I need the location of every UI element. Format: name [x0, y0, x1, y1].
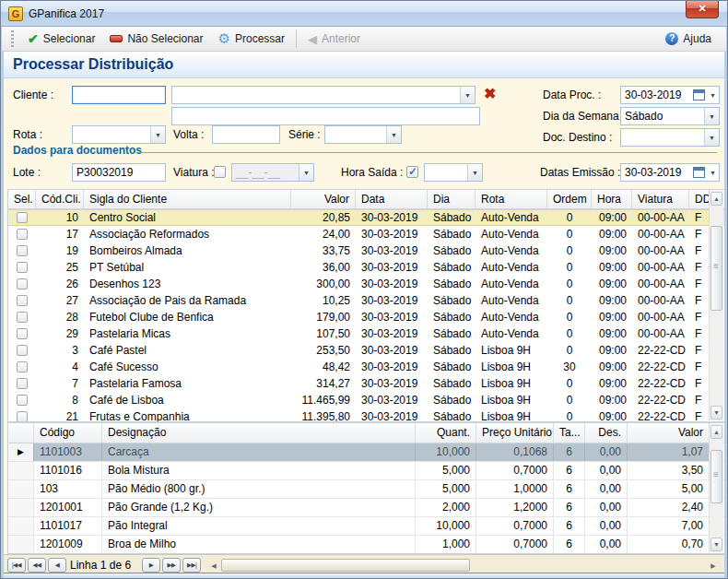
chevron-down-icon[interactable]: ▼ [460, 87, 475, 103]
volta-input[interactable] [213, 126, 279, 143]
cliente-extra-field[interactable] [171, 107, 480, 125]
client-row[interactable]: 7Pastelaria Famosa314,2730-03-2019Sábado… [8, 375, 724, 392]
hora-saida-checkbox[interactable] [406, 166, 418, 178]
item-row[interactable]: 1201009Broa de Milho1,0000,700060,000,70 [8, 536, 724, 554]
row-checkbox[interactable] [17, 345, 28, 356]
column-header-viatura[interactable]: Viatura [632, 190, 689, 208]
column-header-ta[interactable]: Ta... [554, 423, 585, 443]
processar-button[interactable]: ⚙ Processar [211, 28, 292, 50]
selecionar-button[interactable]: ✔ Selecionar [20, 29, 102, 49]
column-header-des[interactable]: Des. [585, 423, 628, 443]
nav-next-page-button[interactable]: ▶▶ [162, 558, 181, 573]
client-row[interactable]: 17Associação Reformados24,0030-03-2019Sá… [8, 226, 724, 242]
chevron-down-icon[interactable]: ▼ [386, 126, 401, 143]
nav-next-button[interactable]: ▶ [142, 558, 160, 573]
column-header-valor[interactable]: Valor [628, 423, 710, 443]
nao-selecionar-button[interactable]: Não Selecionar [102, 30, 210, 48]
cliente-extra-input[interactable] [172, 108, 479, 124]
row-checkbox[interactable] [17, 262, 28, 273]
volta-field[interactable] [212, 125, 280, 144]
client-row[interactable]: 10Centro Social20,8530-03-2019SábadoAuto… [8, 209, 724, 226]
viatura-checkbox[interactable] [214, 166, 226, 178]
close-button[interactable]: ✕ [686, 1, 719, 18]
row-checkbox[interactable] [17, 361, 28, 372]
row-checkbox[interactable] [17, 378, 28, 389]
calendar-icon[interactable] [693, 89, 705, 100]
column-header-desig[interactable]: Designação [102, 423, 416, 443]
nav-first-button[interactable]: |◀◀ [7, 558, 26, 573]
lote-input[interactable] [73, 164, 165, 181]
item-row[interactable]: 1101016Bola Mistura5,0000,700060,003,50 [8, 462, 724, 480]
client-row[interactable]: 25PT Setúbal36,0030-03-2019SábadoAuto-Ve… [8, 259, 724, 276]
client-row[interactable]: 27Associação de Pais da Ramada10,2530-03… [8, 292, 724, 309]
chevron-down-icon[interactable]: ▼ [467, 164, 482, 181]
row-checkbox[interactable] [17, 229, 28, 240]
column-header-sigla[interactable]: Sigla do Cliente [84, 190, 291, 208]
nav-prev-page-button[interactable]: ◀◀ [28, 558, 46, 573]
hscroll-thumb[interactable] [221, 559, 470, 572]
anterior-button[interactable]: ◀ Anterior [300, 30, 368, 49]
client-row[interactable]: 26Desenhos 123300,0030-03-2019SábadoAuto… [8, 276, 724, 292]
ajuda-button[interactable]: ? Ajuda [658, 30, 719, 48]
item-row[interactable]: 103Pão Médio (800 gr.)5,0001,000060,005,… [8, 480, 724, 499]
items-vertical-scrollbar[interactable]: ▲ ▼ [709, 424, 723, 552]
client-row[interactable]: 28Futebol Clube de Benfica179,0030-03-20… [8, 309, 724, 325]
column-header-indicator[interactable] [8, 423, 34, 443]
serie-combo[interactable]: ▼ [324, 125, 402, 144]
client-row[interactable]: 19Bombeiros Almada33,7530-03-2019SábadoA… [8, 242, 724, 259]
item-row[interactable]: 1201001Pão Grande (1,2 Kg.)2,0001,200060… [8, 499, 724, 517]
column-header-cod[interactable]: Código [34, 423, 102, 443]
scroll-down-button[interactable]: ▼ [710, 538, 722, 551]
scroll-up-button[interactable]: ▲ [710, 192, 722, 206]
column-header-rota[interactable]: Rota [476, 190, 547, 208]
row-checkbox[interactable] [17, 312, 28, 323]
row-checkbox[interactable] [17, 411, 28, 422]
client-row[interactable]: 3Café Pastel253,5030-03-2019SábadoLisboa… [8, 342, 724, 359]
chevron-down-icon[interactable]: ▼ [704, 108, 719, 124]
column-header-sel[interactable]: Sel. [8, 190, 36, 208]
cliente-code-input[interactable] [73, 87, 165, 103]
client-row[interactable]: 8Café de Lisboa11.465,9930-03-2019Sábado… [8, 392, 724, 408]
row-checkbox[interactable] [17, 278, 28, 290]
chevron-down-icon[interactable]: ▼ [707, 170, 719, 176]
doc-destino-combo[interactable]: ▼ [620, 128, 720, 147]
column-header-hora[interactable]: Hora [592, 190, 632, 208]
items-scroll-thumb[interactable] [710, 450, 722, 503]
client-row[interactable]: 4Café Sucesso48,4230-03-2019SábadoLisboa… [8, 359, 724, 375]
column-header-preco[interactable]: Preço Unitário [476, 423, 554, 443]
clients-scroll-thumb[interactable] [710, 226, 722, 311]
row-checkbox[interactable] [17, 395, 28, 406]
chevron-down-icon[interactable]: ▼ [707, 92, 719, 99]
chevron-down-icon[interactable]: ▼ [150, 126, 165, 143]
clear-cliente-button[interactable]: ✖ [484, 87, 496, 101]
calendar-icon[interactable] [693, 167, 705, 178]
dia-semana-combo[interactable]: Sábado ▼ [620, 107, 720, 125]
nav-last-button[interactable]: ▶▶| [182, 558, 201, 573]
client-row[interactable]: 21Frutas e Companhia11.395,8030-03-2019S… [8, 408, 724, 422]
lote-field[interactable] [72, 163, 166, 182]
column-header-dd[interactable]: DD [689, 190, 710, 208]
scroll-up-button[interactable]: ▲ [710, 425, 722, 439]
column-header-data[interactable]: Data [356, 190, 428, 208]
row-checkbox[interactable] [17, 245, 28, 256]
data-proc-field[interactable]: 30-03-2019 ▼ [620, 86, 720, 104]
cliente-combo[interactable]: ▼ [171, 86, 476, 104]
column-header-ordem[interactable]: Ordem [547, 190, 592, 208]
clients-vertical-scrollbar[interactable]: ▲ ▼ [709, 191, 723, 420]
viatura-combo[interactable]: __-__-__ ▼ [231, 163, 314, 182]
column-header-valor[interactable]: Valor [291, 190, 356, 208]
chevron-down-icon[interactable]: ▼ [299, 164, 313, 181]
item-row[interactable]: 1101017Pão Integral10,0000,700060,007,00 [8, 517, 724, 536]
hscroll-left-arrow[interactable]: ◀ [208, 560, 219, 572]
rota-combo[interactable]: ▼ [72, 125, 166, 144]
cliente-code-field[interactable] [72, 86, 166, 104]
row-checkbox[interactable] [17, 295, 28, 306]
row-checkbox[interactable] [17, 328, 28, 339]
row-checkbox[interactable] [17, 212, 28, 223]
hscroll-right-arrow[interactable]: ▶ [708, 560, 719, 572]
client-row[interactable]: 29Pastelaria Micas107,5030-03-2019Sábado… [8, 325, 724, 342]
column-header-quant[interactable]: Quant. [416, 423, 476, 443]
hora-saida-combo[interactable]: ▼ [424, 163, 483, 182]
scroll-down-button[interactable]: ▼ [710, 406, 722, 419]
column-header-cod[interactable]: Cód.Cli. [36, 190, 84, 208]
